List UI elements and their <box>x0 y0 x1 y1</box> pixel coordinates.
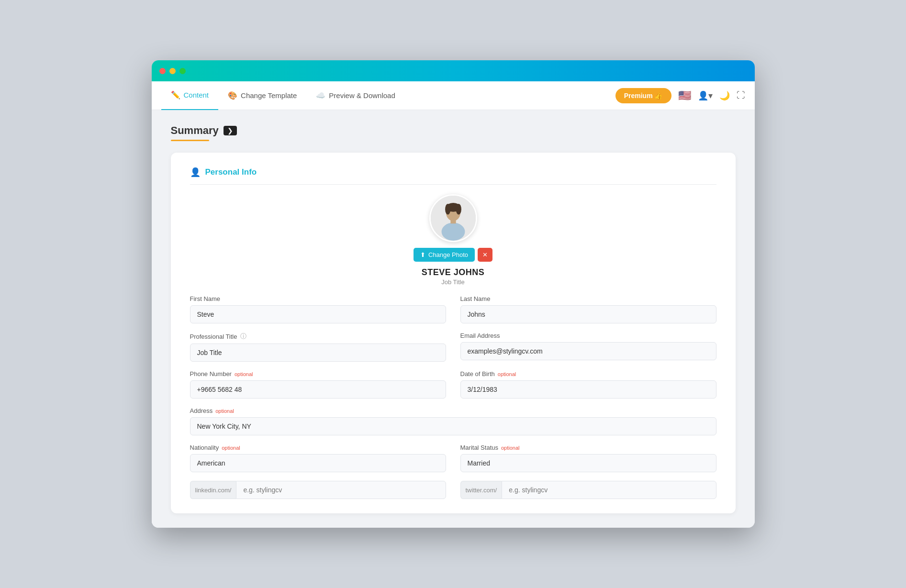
marital-status-label: Marital Status optional <box>460 444 716 451</box>
nationality-input[interactable] <box>190 454 446 472</box>
dark-mode-button[interactable]: 🌙 <box>719 90 730 101</box>
professional-title-group: Professional Title ⓘ <box>190 332 446 362</box>
remove-photo-button[interactable]: ✕ <box>478 248 492 262</box>
linkedin-input-wrapper: linkedin.com/ <box>190 481 446 499</box>
info-icon: ⓘ <box>240 332 246 341</box>
email-label: Email Address <box>460 332 716 339</box>
first-name-group: First Name <box>190 295 446 323</box>
breadcrumb-label: Summary <box>171 124 219 137</box>
address-label: Address optional <box>190 407 716 414</box>
svg-point-5 <box>441 222 465 241</box>
phone-group: Phone Number optional <box>190 370 446 399</box>
dob-group: Date of Birth optional <box>460 370 716 399</box>
last-name-group: Last Name <box>460 295 716 323</box>
last-name-input[interactable] <box>460 305 716 323</box>
breadcrumb-arrow[interactable]: ❯ <box>224 126 237 135</box>
dob-label: Date of Birth optional <box>460 370 716 377</box>
app-window: ✏️ Content 🎨 Change Template ☁️ Preview … <box>152 60 755 528</box>
close-button[interactable] <box>159 68 166 74</box>
premium-label: Premium 👍 <box>624 92 663 100</box>
avatar <box>429 194 477 242</box>
phone-label: Phone Number optional <box>190 370 446 377</box>
tab-template-label: Change Template <box>241 91 297 100</box>
personal-info-form: First Name Last Name Professional Title … <box>190 295 716 499</box>
language-flag[interactable]: 🇺🇸 <box>678 89 691 102</box>
marital-optional-badge: optional <box>501 445 520 451</box>
breadcrumb: Summary ❯ <box>171 124 736 137</box>
svg-point-4 <box>456 204 461 215</box>
email-group: Email Address <box>460 332 716 362</box>
phone-input[interactable] <box>190 380 446 399</box>
twitter-prefix: twitter.com/ <box>460 481 502 499</box>
address-group: Address optional <box>190 407 716 435</box>
fullscreen-button[interactable]: ⛶ <box>737 90 745 100</box>
nationality-label: Nationality optional <box>190 444 446 451</box>
titlebar <box>152 60 755 81</box>
professional-title-input[interactable] <box>190 344 446 362</box>
email-input[interactable] <box>460 342 716 360</box>
address-optional-badge: optional <box>215 408 234 414</box>
dob-optional-badge: optional <box>498 371 516 377</box>
marital-status-group: Marital Status optional <box>460 444 716 472</box>
nationality-optional-badge: optional <box>222 445 240 451</box>
linkedin-group: linkedin.com/ <box>190 481 446 499</box>
svg-point-3 <box>445 204 450 215</box>
user-menu-button[interactable]: 👤▾ <box>698 90 713 101</box>
address-input[interactable] <box>190 417 716 435</box>
first-name-label: First Name <box>190 295 446 302</box>
tab-change-template[interactable]: 🎨 Change Template <box>218 81 306 110</box>
upload-icon: ⬆ <box>420 251 425 258</box>
phone-optional-badge: optional <box>235 371 253 377</box>
personal-info-card: 👤 Personal Info <box>171 153 736 513</box>
nationality-group: Nationality optional <box>190 444 446 472</box>
section-header: 👤 Personal Info <box>190 167 716 185</box>
first-name-input[interactable] <box>190 305 446 323</box>
change-photo-button[interactable]: ⬆ Change Photo <box>414 248 475 262</box>
tab-content-label: Content <box>184 91 209 99</box>
tab-preview-label: Preview & Download <box>329 91 395 100</box>
person-icon: 👤 <box>190 167 201 178</box>
navbar: ✏️ Content 🎨 Change Template ☁️ Preview … <box>152 81 755 110</box>
main-content: Summary ❯ 👤 Personal Info <box>152 110 755 528</box>
tab-content[interactable]: ✏️ Content <box>161 81 219 110</box>
minimize-button[interactable] <box>169 68 176 74</box>
marital-status-input[interactable] <box>460 454 716 472</box>
profile-name: STEVE JOHNS <box>422 267 485 277</box>
photo-buttons: ⬆ Change Photo ✕ <box>414 248 492 262</box>
linkedin-input[interactable] <box>236 481 446 499</box>
nav-right: Premium 👍 🇺🇸 👤▾ 🌙 ⛶ <box>615 88 745 103</box>
content-icon: ✏️ <box>171 90 180 100</box>
section-title: Personal Info <box>205 167 257 177</box>
maximize-button[interactable] <box>179 68 186 74</box>
dob-input[interactable] <box>460 380 716 399</box>
twitter-input-wrapper: twitter.com/ <box>460 481 716 499</box>
twitter-group: twitter.com/ <box>460 481 716 499</box>
twitter-input[interactable] <box>502 481 716 499</box>
summary-underline <box>171 140 209 141</box>
template-icon: 🎨 <box>228 91 237 100</box>
download-icon: ☁️ <box>316 91 325 100</box>
last-name-label: Last Name <box>460 295 716 302</box>
change-photo-label: Change Photo <box>428 251 468 258</box>
professional-title-label: Professional Title ⓘ <box>190 332 446 341</box>
photo-area: ⬆ Change Photo ✕ STEVE JOHNS Job Title <box>190 194 716 286</box>
remove-photo-icon: ✕ <box>482 251 488 258</box>
svg-rect-6 <box>450 219 456 223</box>
profile-job-title: Job Title <box>441 278 464 286</box>
tab-preview-download[interactable]: ☁️ Preview & Download <box>306 81 404 110</box>
linkedin-prefix: linkedin.com/ <box>190 481 236 499</box>
premium-button[interactable]: Premium 👍 <box>615 88 671 103</box>
